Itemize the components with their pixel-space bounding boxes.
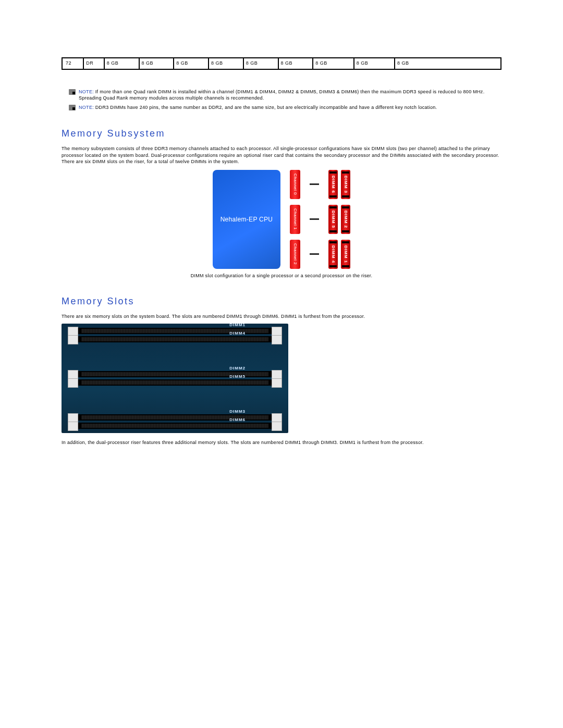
cell-gb: 8 GB [174,58,209,69]
cell-rank: DR [83,58,104,69]
channel-block: Channel 0 [290,170,300,199]
cell-gb: 8 GB [354,58,395,69]
heading-memory-slots: Memory Slots [62,296,501,307]
cell-gb: 8 GB [139,58,174,69]
channel-block: Channel 1 [290,205,300,234]
motherboard-diagram: DIMM1 DIMM4 DIMM2 DIMM5 DIMM3 DIMM6 [62,324,288,433]
cell-gb: 8 GB [104,58,139,69]
dimm-block: DIMM 5 [328,205,338,234]
dimm-block: DIMM 1 [341,240,350,269]
dimm-block: DIMM 6 [328,170,338,199]
cell-size: 72 [62,58,83,69]
channel-block: Channel 2 [290,240,300,269]
bus-line [310,170,319,199]
dimm-block: DIMM 3 [341,170,350,199]
paragraph-slots: There are six memory slots on the system… [62,313,501,319]
bus-line [310,205,319,234]
note-icon [69,89,76,95]
note-text: NOTE: If more than one Quad rank DIMM is… [79,89,501,101]
dimm-slot: DIMM3 [71,414,279,421]
cell-gb: 8 GB [278,58,313,69]
cell-gb: 8 GB [243,58,278,69]
note-entry: NOTE: DDR3 DIMMs have 240 pins, the same… [69,104,501,110]
note-text: NOTE: DDR3 DIMMs have 240 pins, the same… [79,104,437,110]
dimm-block: DIMM 4 [328,240,338,269]
dimm-config-diagram: Nehalem-EP CPU Channel 0 Channel 1 Chann… [62,170,501,278]
dimm-slot: DIMM6 [71,423,279,429]
cell-gb: 8 GB [209,58,243,69]
paragraph-subsystem: The memory subsystem consists of three D… [62,145,501,164]
note-entry: NOTE: If more than one Quad rank DIMM is… [69,89,501,101]
note-icon [69,105,76,110]
dimm-slot: DIMM2 [71,371,279,377]
paragraph-riser: In addition, the dual-processor riser fe… [62,439,501,446]
dimm-slot: DIMM1 [71,328,279,334]
cell-gb: 8 GB [313,58,353,69]
memory-config-row: 72 DR 8 GB 8 GB 8 GB 8 GB 8 GB 8 GB 8 GB… [62,57,501,70]
heading-memory-subsystem: Memory Subsystem [62,128,501,139]
bus-line [310,240,319,269]
dimm-slot: DIMM4 [71,336,279,342]
dimm-block: DIMM 2 [341,205,350,234]
diagram-caption: DIMM slot configuration for a single pro… [62,273,501,278]
dimm-slot: DIMM5 [71,379,279,386]
cpu-block: Nehalem-EP CPU [213,170,280,269]
cell-gb: 8 GB [395,58,501,69]
